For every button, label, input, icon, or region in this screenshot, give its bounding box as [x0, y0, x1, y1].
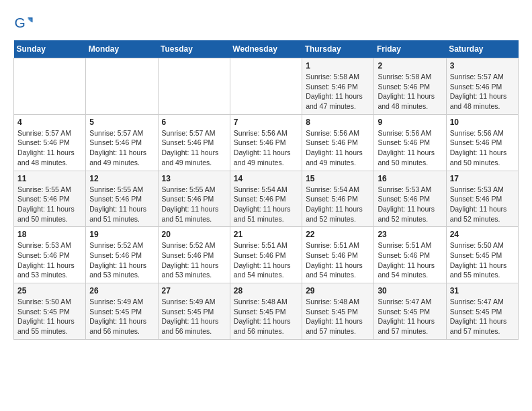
calendar-day-cell: 16Sunrise: 5:53 AM Sunset: 5:46 PM Dayli… — [374, 171, 446, 227]
day-number: 22 — [306, 230, 370, 239]
calendar-day-cell: 25Sunrise: 5:50 AM Sunset: 5:45 PM Dayli… — [14, 283, 86, 340]
svg-marker-2 — [28, 19, 32, 23]
calendar-day-cell: 13Sunrise: 5:55 AM Sunset: 5:46 PM Dayli… — [158, 171, 230, 227]
day-of-week-header: Monday — [86, 40, 158, 58]
day-number: 10 — [450, 118, 515, 127]
logo: G — [13, 13, 36, 34]
calendar-week-row: 18Sunrise: 5:53 AM Sunset: 5:46 PM Dayli… — [14, 227, 519, 283]
day-info: Sunrise: 5:56 AM Sunset: 5:46 PM Dayligh… — [450, 128, 515, 168]
svg-text:G: G — [15, 15, 26, 30]
day-number: 1 — [306, 61, 370, 71]
day-info: Sunrise: 5:54 AM Sunset: 5:46 PM Dayligh… — [306, 185, 370, 224]
day-of-week-header: Wednesday — [230, 40, 302, 58]
day-number: 8 — [306, 118, 370, 127]
calendar-day-cell: 15Sunrise: 5:54 AM Sunset: 5:46 PM Dayli… — [302, 171, 374, 227]
day-number: 9 — [378, 118, 442, 127]
day-info: Sunrise: 5:56 AM Sunset: 5:46 PM Dayligh… — [306, 128, 370, 168]
calendar-day-cell: 8Sunrise: 5:56 AM Sunset: 5:46 PM Daylig… — [302, 114, 374, 171]
day-number: 25 — [17, 286, 82, 295]
day-info: Sunrise: 5:55 AM Sunset: 5:46 PM Dayligh… — [17, 185, 82, 224]
calendar-day-cell: 26Sunrise: 5:49 AM Sunset: 5:45 PM Dayli… — [86, 283, 158, 340]
day-info: Sunrise: 5:53 AM Sunset: 5:46 PM Dayligh… — [450, 185, 515, 224]
day-number: 26 — [89, 286, 154, 295]
day-info: Sunrise: 5:56 AM Sunset: 5:46 PM Dayligh… — [234, 128, 298, 168]
day-of-week-header: Saturday — [446, 40, 518, 58]
calendar-day-cell — [230, 58, 302, 115]
day-info: Sunrise: 5:57 AM Sunset: 5:46 PM Dayligh… — [450, 72, 515, 111]
day-info: Sunrise: 5:53 AM Sunset: 5:46 PM Dayligh… — [17, 240, 82, 280]
days-of-week-row: SundayMondayTuesdayWednesdayThursdayFrid… — [14, 40, 519, 58]
calendar-day-cell: 5Sunrise: 5:57 AM Sunset: 5:46 PM Daylig… — [86, 114, 158, 171]
day-info: Sunrise: 5:47 AM Sunset: 5:45 PM Dayligh… — [378, 297, 442, 336]
calendar-body: 1Sunrise: 5:58 AM Sunset: 5:46 PM Daylig… — [14, 58, 519, 340]
calendar-day-cell: 30Sunrise: 5:47 AM Sunset: 5:45 PM Dayli… — [374, 283, 446, 340]
day-number: 12 — [89, 174, 154, 183]
calendar-day-cell — [86, 58, 158, 115]
calendar-day-cell: 24Sunrise: 5:50 AM Sunset: 5:45 PM Dayli… — [446, 227, 518, 283]
day-info: Sunrise: 5:55 AM Sunset: 5:46 PM Dayligh… — [162, 185, 226, 224]
day-info: Sunrise: 5:57 AM Sunset: 5:46 PM Dayligh… — [89, 128, 154, 168]
day-number: 7 — [234, 118, 298, 127]
day-number: 28 — [234, 286, 298, 295]
calendar-day-cell: 17Sunrise: 5:53 AM Sunset: 5:46 PM Dayli… — [446, 171, 518, 227]
day-info: Sunrise: 5:48 AM Sunset: 5:45 PM Dayligh… — [234, 297, 298, 336]
day-info: Sunrise: 5:47 AM Sunset: 5:45 PM Dayligh… — [450, 297, 515, 336]
calendar-day-cell: 18Sunrise: 5:53 AM Sunset: 5:46 PM Dayli… — [14, 227, 86, 283]
calendar-table: SundayMondayTuesdayWednesdayThursdayFrid… — [13, 40, 519, 340]
day-of-week-header: Sunday — [14, 40, 86, 58]
day-number: 30 — [378, 286, 442, 295]
day-number: 5 — [89, 118, 154, 127]
day-of-week-header: Thursday — [302, 40, 374, 58]
day-info: Sunrise: 5:49 AM Sunset: 5:45 PM Dayligh… — [89, 297, 154, 336]
day-info: Sunrise: 5:54 AM Sunset: 5:46 PM Dayligh… — [234, 185, 298, 224]
calendar-week-row: 4Sunrise: 5:57 AM Sunset: 5:46 PM Daylig… — [14, 114, 519, 171]
day-number: 27 — [162, 286, 226, 295]
day-number: 14 — [234, 174, 298, 183]
calendar-day-cell: 1Sunrise: 5:58 AM Sunset: 5:46 PM Daylig… — [302, 58, 374, 115]
calendar-day-cell: 21Sunrise: 5:51 AM Sunset: 5:46 PM Dayli… — [230, 227, 302, 283]
day-number: 2 — [378, 61, 442, 71]
day-number: 16 — [378, 174, 442, 183]
calendar-day-cell: 7Sunrise: 5:56 AM Sunset: 5:46 PM Daylig… — [230, 114, 302, 171]
day-number: 20 — [162, 230, 226, 239]
day-info: Sunrise: 5:48 AM Sunset: 5:45 PM Dayligh… — [306, 297, 370, 336]
day-number: 15 — [306, 174, 370, 183]
day-info: Sunrise: 5:56 AM Sunset: 5:46 PM Dayligh… — [378, 128, 442, 168]
day-info: Sunrise: 5:57 AM Sunset: 5:46 PM Dayligh… — [162, 128, 226, 168]
calendar-header: SundayMondayTuesdayWednesdayThursdayFrid… — [14, 40, 519, 58]
calendar-week-row: 11Sunrise: 5:55 AM Sunset: 5:46 PM Dayli… — [14, 171, 519, 227]
calendar-day-cell: 29Sunrise: 5:48 AM Sunset: 5:45 PM Dayli… — [302, 283, 374, 340]
calendar-day-cell — [14, 58, 86, 115]
calendar-day-cell: 27Sunrise: 5:49 AM Sunset: 5:45 PM Dayli… — [158, 283, 230, 340]
calendar-day-cell: 31Sunrise: 5:47 AM Sunset: 5:45 PM Dayli… — [446, 283, 518, 340]
calendar-day-cell: 12Sunrise: 5:55 AM Sunset: 5:46 PM Dayli… — [86, 171, 158, 227]
calendar-day-cell: 19Sunrise: 5:52 AM Sunset: 5:46 PM Dayli… — [86, 227, 158, 283]
day-info: Sunrise: 5:50 AM Sunset: 5:45 PM Dayligh… — [450, 240, 515, 280]
day-info: Sunrise: 5:55 AM Sunset: 5:46 PM Dayligh… — [89, 185, 154, 224]
day-number: 11 — [17, 174, 82, 183]
day-info: Sunrise: 5:57 AM Sunset: 5:46 PM Dayligh… — [17, 128, 82, 168]
calendar-day-cell: 4Sunrise: 5:57 AM Sunset: 5:46 PM Daylig… — [14, 114, 86, 171]
day-info: Sunrise: 5:52 AM Sunset: 5:46 PM Dayligh… — [89, 240, 154, 280]
page-header: G — [13, 13, 519, 34]
calendar-day-cell: 23Sunrise: 5:51 AM Sunset: 5:46 PM Dayli… — [374, 227, 446, 283]
day-number: 29 — [306, 286, 370, 295]
day-info: Sunrise: 5:58 AM Sunset: 5:46 PM Dayligh… — [306, 72, 370, 111]
calendar-day-cell: 11Sunrise: 5:55 AM Sunset: 5:46 PM Dayli… — [14, 171, 86, 227]
day-of-week-header: Friday — [374, 40, 446, 58]
day-info: Sunrise: 5:58 AM Sunset: 5:46 PM Dayligh… — [378, 72, 442, 111]
day-number: 21 — [234, 230, 298, 239]
day-number: 4 — [17, 118, 82, 127]
calendar-day-cell: 22Sunrise: 5:51 AM Sunset: 5:46 PM Dayli… — [302, 227, 374, 283]
day-info: Sunrise: 5:52 AM Sunset: 5:46 PM Dayligh… — [162, 240, 226, 280]
calendar-week-row: 1Sunrise: 5:58 AM Sunset: 5:46 PM Daylig… — [14, 58, 519, 115]
day-info: Sunrise: 5:51 AM Sunset: 5:46 PM Dayligh… — [306, 240, 370, 280]
day-number: 19 — [89, 230, 154, 239]
day-info: Sunrise: 5:49 AM Sunset: 5:45 PM Dayligh… — [162, 297, 226, 336]
logo-icon: G — [13, 13, 34, 34]
calendar-day-cell: 9Sunrise: 5:56 AM Sunset: 5:46 PM Daylig… — [374, 114, 446, 171]
day-number: 6 — [162, 118, 226, 127]
day-number: 23 — [378, 230, 442, 239]
calendar-day-cell: 14Sunrise: 5:54 AM Sunset: 5:46 PM Dayli… — [230, 171, 302, 227]
calendar-day-cell — [158, 58, 230, 115]
